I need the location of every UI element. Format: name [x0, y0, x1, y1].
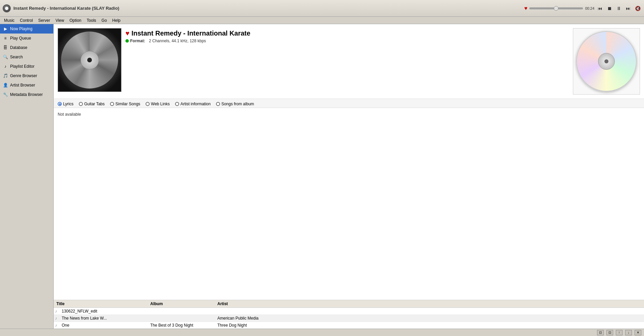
row-artist-1: American Public Media	[215, 315, 644, 321]
play-queue-icon: ≡	[3, 36, 8, 41]
sidebar-item-artist-browser[interactable]: 👤Artist Browser	[0, 80, 53, 90]
row-album-1	[148, 318, 215, 319]
cd-artwork	[573, 28, 640, 95]
track-title-text: Instant Remedy - International Karate	[131, 30, 251, 37]
prev-button[interactable]: ⏮	[596, 5, 604, 12]
tab-label-lyrics: Lyrics	[63, 102, 73, 106]
tab-label-artist-information: Artist information	[180, 102, 211, 106]
menu-item-go[interactable]: Go	[99, 17, 110, 23]
row-icon-2: ♪	[54, 323, 60, 328]
menu-item-view[interactable]: View	[53, 17, 67, 23]
sidebar-item-play-queue[interactable]: ≡Play Queue	[0, 34, 53, 43]
statusbar-btn-down[interactable]: ↓	[625, 330, 632, 335]
row-artist-0	[215, 311, 644, 312]
radio-guitar-tabs	[79, 102, 83, 106]
next-button[interactable]: ⏭	[625, 5, 632, 12]
sidebar-item-now-playing[interactable]: ▶Now Playing	[0, 24, 53, 34]
row-title-0: 130622_NFLW_edit	[60, 308, 148, 314]
menu-item-control[interactable]: Control	[17, 17, 36, 23]
progress-bar[interactable]	[529, 7, 583, 9]
mute-button[interactable]: 🔇	[634, 5, 641, 12]
menu-item-tools[interactable]: Tools	[84, 17, 99, 23]
menu-item-music[interactable]: Music	[1, 17, 17, 23]
pause-button[interactable]: ⏸	[615, 5, 623, 12]
sidebar-label-metadata-browser: Metadata Browser	[10, 92, 43, 97]
sidebar-label-database: Database	[10, 45, 27, 50]
playlist-row-1[interactable]: ♪The News from Lake W...American Public …	[54, 315, 644, 322]
track-format: Format: 2 Channels, 44.1 kHz, 128 kbps	[125, 39, 569, 43]
stop-button[interactable]: ⏹	[606, 5, 613, 12]
playlist-editor-icon: ♪	[3, 64, 8, 69]
sidebar-item-database[interactable]: 🗄Database	[0, 43, 53, 52]
now-playing-icon: ▶	[3, 26, 8, 32]
menu-item-option[interactable]: Option	[67, 17, 84, 23]
menu-item-help[interactable]: Help	[110, 17, 123, 23]
playlist-row-0[interactable]: ♪130622_NFLW_edit	[54, 308, 644, 315]
tab-label-web-links: Web Links	[151, 102, 170, 106]
statusbar-btn-close[interactable]: ✕	[635, 330, 641, 335]
format-label: Format:	[130, 39, 145, 43]
sidebar-label-playlist-editor: Playlist Editor	[10, 64, 35, 69]
genre-browser-icon: 🎵	[3, 73, 8, 78]
row-title-1: The News from Lake W...	[60, 315, 148, 321]
radio-artist-information	[175, 102, 179, 106]
titlebar: Instant Remedy - International Karate (S…	[0, 0, 644, 17]
statusbar: ⊡ ⊡ ↑ ↓ ✕	[0, 329, 644, 336]
controls-area: ♥ 00:24 ⏮ ⏹ ⏸ ⏭ 🔇	[524, 5, 641, 12]
sidebar-item-metadata-browser[interactable]: 🔧Metadata Browser	[0, 90, 53, 99]
row-album-0	[148, 311, 215, 312]
radio-similar-songs	[110, 102, 114, 106]
tab-guitar-tabs[interactable]: Guitar Tabs	[79, 102, 105, 106]
statusbar-btn-1[interactable]: ⊡	[597, 330, 604, 335]
progress-thumb[interactable]	[554, 6, 558, 11]
app-icon	[3, 4, 11, 12]
playlist-header: Title Album Artist	[54, 300, 644, 308]
tab-lyrics[interactable]: Lyrics	[58, 102, 73, 106]
sidebar-item-playlist-editor[interactable]: ♪Playlist Editor	[0, 62, 53, 71]
col-artist-header: Artist	[215, 301, 644, 307]
disc-center	[80, 51, 99, 69]
disc-hole	[87, 58, 92, 62]
cd-hole	[604, 59, 608, 63]
window-title: Instant Remedy - International Karate (S…	[13, 6, 522, 11]
metadata-browser-icon: 🔧	[3, 92, 8, 97]
not-available-text: Not available	[58, 112, 81, 117]
row-icon-0: ♪	[54, 309, 60, 314]
album-art	[58, 28, 121, 92]
sidebar: ▶Now Playing≡Play Queue🗄Database🔍Search♪…	[0, 24, 54, 336]
format-value: 2 Channels, 44.1 kHz, 128 kbps	[149, 39, 206, 43]
sidebar-label-artist-browser: Artist Browser	[10, 83, 35, 88]
track-info: ♥ Instant Remedy - International Karate …	[121, 28, 573, 95]
content-area: ♥ Instant Remedy - International Karate …	[54, 24, 644, 336]
statusbar-btn-up[interactable]: ↑	[616, 330, 623, 335]
cd-disc	[576, 31, 637, 92]
info-tabs: LyricsGuitar TabsSimilar SongsWeb LinksA…	[54, 99, 644, 108]
favorite-icon[interactable]: ♥	[524, 5, 528, 11]
menu-item-server[interactable]: Server	[36, 17, 53, 23]
statusbar-btn-2[interactable]: ⊡	[606, 330, 613, 335]
now-playing-header: ♥ Instant Remedy - International Karate …	[54, 24, 644, 99]
tab-similar-songs[interactable]: Similar Songs	[110, 102, 140, 106]
sidebar-label-genre-browser: Genre Browser	[10, 73, 37, 78]
row-album-2: The Best of 3 Dog Night	[148, 322, 215, 328]
sidebar-item-search[interactable]: 🔍Search	[0, 52, 53, 62]
tab-label-similar-songs: Similar Songs	[115, 102, 140, 106]
row-title-2: One	[60, 322, 148, 328]
search-icon: 🔍	[3, 54, 8, 60]
cd-center	[598, 53, 615, 70]
tab-label-guitar-tabs: Guitar Tabs	[84, 102, 105, 106]
tab-songs-from-album[interactable]: Songs from album	[216, 102, 254, 106]
row-artist-2: Three Dog Night	[215, 322, 644, 328]
tab-artist-information[interactable]: Artist information	[175, 102, 211, 106]
track-title: ♥ Instant Remedy - International Karate	[125, 30, 569, 37]
col-album-header: Album	[148, 301, 215, 307]
sidebar-item-genre-browser[interactable]: 🎵Genre Browser	[0, 71, 53, 80]
artist-browser-icon: 👤	[3, 82, 8, 88]
database-icon: 🗄	[3, 45, 8, 50]
sidebar-label-play-queue: Play Queue	[10, 36, 31, 41]
tab-label-songs-from-album: Songs from album	[221, 102, 254, 106]
time-display: 00:24	[585, 6, 594, 10]
tab-web-links[interactable]: Web Links	[146, 102, 170, 106]
playlist-row-2[interactable]: ♪OneThe Best of 3 Dog NightThree Dog Nig…	[54, 322, 644, 329]
row-icon-1: ♪	[54, 316, 60, 321]
